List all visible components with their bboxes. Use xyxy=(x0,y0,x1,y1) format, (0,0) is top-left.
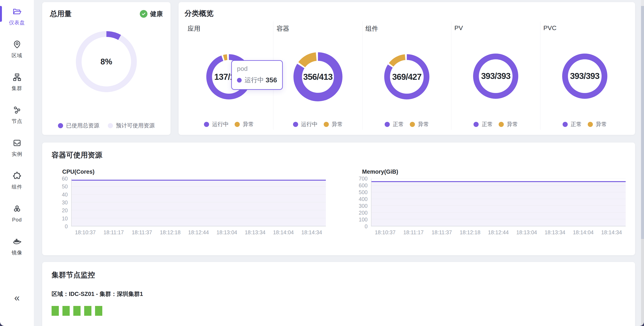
memory-y-axis: 0100200300400500600700 xyxy=(352,179,371,226)
node-square[interactable] xyxy=(95,306,102,316)
container-resources-title: 容器可使用资源 xyxy=(52,150,626,160)
inbox-icon xyxy=(12,138,22,148)
category-overview-card: 分类概览 应用 137/141 运行中 xyxy=(178,2,635,135)
cluster-monitor-card: 集群节点监控 区域：IDC-SZ01 - 集群：深圳集群1 xyxy=(42,262,635,326)
memory-plot-area[interactable] xyxy=(371,179,626,226)
pv-donut[interactable]: 393/393 xyxy=(473,54,518,99)
scrollbar-thumb[interactable] xyxy=(641,6,644,239)
cpu-chart: CPU(Cores) 0102030405060 18:10:3718:11:1… xyxy=(52,169,326,236)
sidebar: 仪表盘 区域 集群 xyxy=(0,0,34,326)
pvc-donut[interactable]: 393/393 xyxy=(562,54,607,99)
scrollbar-track-lower xyxy=(641,239,644,326)
main-content: 总用量 健康 8% 已使用总资源 xyxy=(34,0,644,326)
cluster-region-label: 区域：IDC-SZ01 - 集群：深圳集群1 xyxy=(52,290,626,298)
sidebar-item-instance[interactable]: 实例 xyxy=(0,131,34,164)
sidebar-collapse-button[interactable]: « xyxy=(14,293,20,302)
sidebar-item-region[interactable]: 区域 xyxy=(0,33,34,66)
health-status-label: 健康 xyxy=(150,10,163,18)
nodes-icon xyxy=(12,105,22,116)
node-square[interactable] xyxy=(73,306,80,316)
app-window: 仪表盘 区域 集群 xyxy=(0,0,644,326)
container-donut[interactable]: 356/413 xyxy=(294,52,342,101)
legend-dot xyxy=(58,123,63,128)
legend-dot xyxy=(385,122,390,127)
tooltip-title: pod xyxy=(237,65,277,72)
cpu-plot-area[interactable] xyxy=(71,179,326,226)
category-column-component: 组件 369/427 正常 xyxy=(362,21,451,130)
hexagons-icon xyxy=(12,204,22,215)
node-square[interactable] xyxy=(62,306,70,316)
legend-normal[interactable]: 正常 xyxy=(562,120,582,128)
legend-dot xyxy=(474,122,479,127)
sidebar-item-label: 仪表盘 xyxy=(9,19,25,26)
tooltip-series-dot xyxy=(237,78,242,83)
legend-dot xyxy=(235,122,240,127)
sidebar-item-cluster[interactable]: 集群 xyxy=(0,66,34,99)
legend-estimated-resources[interactable]: 预计可使用资源 xyxy=(108,122,155,129)
legend-running[interactable]: 运行中 xyxy=(204,120,229,128)
legend-normal[interactable]: 正常 xyxy=(385,120,404,128)
cpu-y-axis: 0102030405060 xyxy=(52,179,71,226)
health-status-badge: 健康 xyxy=(140,10,163,18)
sidebar-item-label: 区域 xyxy=(12,52,22,59)
sidebar-item-label: 集群 xyxy=(12,85,22,92)
active-indicator xyxy=(0,6,2,22)
vertical-scrollbar[interactable] xyxy=(641,0,644,326)
node-square[interactable] xyxy=(84,306,92,316)
tooltip-series-label: 运行中 xyxy=(245,76,264,84)
memory-chart: Memory(GiB) 0100200300400500600700 18:10… xyxy=(352,169,626,236)
sidebar-item-label: Pod xyxy=(12,217,22,223)
total-usage-percent: 8% xyxy=(76,31,137,92)
tooltip-series-value: 356 xyxy=(266,76,277,84)
legend-dot xyxy=(204,122,209,127)
legend-normal[interactable]: 正常 xyxy=(474,120,493,128)
legend-running[interactable]: 运行中 xyxy=(293,120,318,128)
legend-abnormal[interactable]: 异常 xyxy=(588,120,607,128)
cluster-icon xyxy=(12,73,22,83)
legend-used-resources[interactable]: 已使用总资源 xyxy=(58,122,99,129)
sidebar-item-label: 节点 xyxy=(12,118,22,125)
cpu-chart-title: CPU(Cores) xyxy=(62,169,326,175)
memory-x-axis: 18:10:3718:11:1718:11:3718:12:1818:12:44… xyxy=(371,229,626,236)
category-column-pv: PV 393/393 正常 xyxy=(451,21,540,130)
legend-dot xyxy=(410,122,415,127)
sidebar-item-image[interactable]: 镜像 xyxy=(0,230,34,263)
sidebar-item-node[interactable]: 节点 xyxy=(0,99,34,131)
total-usage-title: 总用量 xyxy=(50,9,72,19)
dashboard-folder-icon xyxy=(12,7,22,17)
legend-abnormal[interactable]: 异常 xyxy=(324,120,343,128)
sidebar-item-label: 实例 xyxy=(12,151,22,157)
legend-dot xyxy=(324,122,329,127)
legend-abnormal[interactable]: 异常 xyxy=(410,120,429,128)
category-column-container: 容器 356/413 运行中 xyxy=(273,21,362,130)
legend-dot xyxy=(499,122,504,127)
node-squares xyxy=(52,306,626,316)
chart-tooltip: pod 运行中 356 xyxy=(231,60,283,90)
component-donut[interactable]: 369/427 xyxy=(384,54,430,99)
legend-abnormal[interactable]: 异常 xyxy=(235,120,254,128)
legend-dot xyxy=(562,122,568,127)
legend-dot xyxy=(293,122,298,127)
total-usage-donut[interactable]: 8% xyxy=(76,31,137,92)
legend-abnormal[interactable]: 异常 xyxy=(499,120,518,128)
sidebar-item-label: 组件 xyxy=(12,184,22,190)
puzzle-icon xyxy=(12,171,22,181)
map-pin-icon xyxy=(12,40,22,50)
node-square[interactable] xyxy=(52,306,59,316)
check-circle-icon xyxy=(140,10,148,18)
sidebar-item-component[interactable]: 组件 xyxy=(0,164,34,197)
memory-chart-title: Memory(GiB) xyxy=(362,169,626,175)
category-overview-title: 分类概览 xyxy=(184,9,629,18)
total-usage-card: 总用量 健康 8% 已使用总资源 xyxy=(42,2,170,135)
legend-dot xyxy=(108,123,113,128)
docker-whale-icon xyxy=(12,237,22,247)
category-column-pvc: PVC 393/393 正常 xyxy=(540,21,629,130)
container-resources-card: 容器可使用资源 CPU(Cores) 0102030405060 18:10:3… xyxy=(42,142,635,255)
sidebar-item-label: 镜像 xyxy=(12,249,22,256)
sidebar-item-pod[interactable]: Pod xyxy=(0,197,34,230)
cluster-monitor-title: 集群节点监控 xyxy=(52,270,626,280)
legend-dot xyxy=(588,122,593,127)
cpu-x-axis: 18:10:3718:11:1718:11:3718:12:1818:12:44… xyxy=(71,229,326,236)
sidebar-item-dashboard[interactable]: 仪表盘 xyxy=(0,0,34,33)
